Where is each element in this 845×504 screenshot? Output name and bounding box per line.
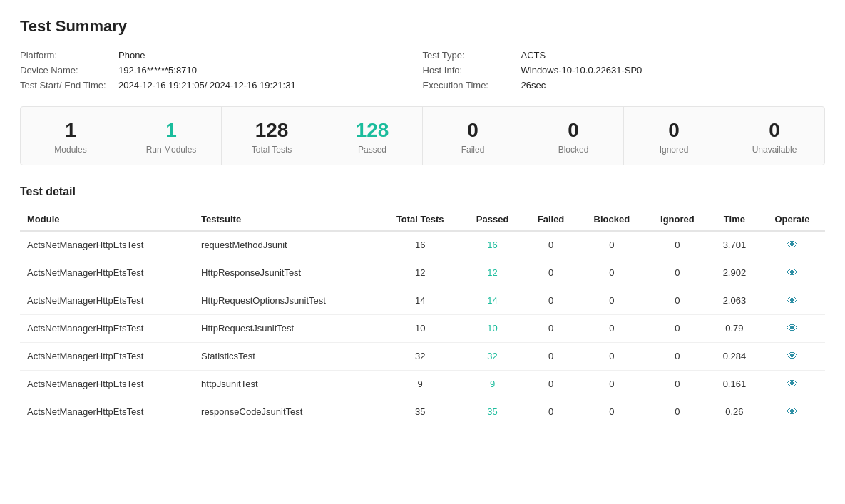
operate-cell[interactable]: 👁 <box>759 314 825 342</box>
stat-number: 128 <box>328 120 416 142</box>
device-label: Device Name: <box>20 65 113 76</box>
host-label: Host Info: <box>423 65 516 76</box>
info-grid: Platform: Phone Test Type: ACTS Device N… <box>20 50 825 91</box>
device-value: 192.16******5:8710 <box>118 65 197 76</box>
start-end-value: 2024-12-16 19:21:05/ 2024-12-16 19:21:31 <box>118 80 296 91</box>
detail-title: Test detail <box>20 185 825 198</box>
operate-cell[interactable]: 👁 <box>759 231 825 259</box>
stat-number: 0 <box>529 120 618 142</box>
table-row: ActsNetManagerHttpEtsTestHttpResponseJsu… <box>20 259 825 287</box>
blocked-cell: 0 <box>578 231 645 259</box>
failed-cell: 0 <box>523 231 578 259</box>
view-icon[interactable]: 👁 <box>787 350 798 363</box>
operate-cell[interactable]: 👁 <box>759 370 825 398</box>
failed-cell: 0 <box>523 370 578 398</box>
stat-number: 1 <box>127 120 215 142</box>
execution-row: Execution Time: 26sec <box>423 80 826 91</box>
stat-cell: 0Unavailable <box>724 107 824 165</box>
total-cell: 14 <box>379 287 461 314</box>
stat-cell: 1Run Modules <box>121 107 222 165</box>
failed-cell: 0 <box>523 342 578 370</box>
failed-cell: 0 <box>523 287 578 314</box>
stat-cell: 1Modules <box>21 107 121 165</box>
table-col-header: Total Tests <box>379 208 461 231</box>
blocked-cell: 0 <box>578 287 645 314</box>
module-cell: ActsNetManagerHttpEtsTest <box>20 287 194 314</box>
table-col-header: Testsuite <box>194 208 379 231</box>
stat-number: 128 <box>227 120 316 142</box>
test-type-label: Test Type: <box>423 50 516 61</box>
view-icon[interactable]: 👁 <box>787 267 798 279</box>
stat-cell: 0Failed <box>423 107 523 165</box>
testsuite-cell: responseCodeJsunitTest <box>194 398 379 426</box>
view-icon[interactable]: 👁 <box>787 406 798 418</box>
table-row: ActsNetManagerHttpEtsTestrequestMethodJs… <box>20 231 825 259</box>
stat-number: 0 <box>429 120 517 142</box>
stat-label: Modules <box>26 145 115 155</box>
stat-label: Run Modules <box>127 145 215 155</box>
testsuite-cell: HttpRequestJsunitTest <box>194 314 379 342</box>
view-icon[interactable]: 👁 <box>787 322 798 335</box>
failed-cell: 0 <box>523 398 578 426</box>
execution-label: Execution Time: <box>423 80 516 91</box>
passed-cell: 14 <box>461 287 523 314</box>
view-icon[interactable]: 👁 <box>787 294 798 307</box>
stat-label: Ignored <box>630 145 718 155</box>
test-type-value: ACTS <box>521 50 546 61</box>
table-row: ActsNetManagerHttpEtsTestHttpRequestOpti… <box>20 287 825 314</box>
stats-bar: 1Modules1Run Modules128Total Tests128Pas… <box>20 106 825 165</box>
passed-cell: 12 <box>461 259 523 287</box>
ignored-cell: 0 <box>645 259 710 287</box>
time-cell: 0.284 <box>710 342 759 370</box>
view-icon[interactable]: 👁 <box>787 378 798 391</box>
total-cell: 35 <box>379 398 461 426</box>
ignored-cell: 0 <box>645 231 710 259</box>
stat-label: Unavailable <box>730 145 819 155</box>
table-col-header: Module <box>20 208 194 231</box>
operate-cell[interactable]: 👁 <box>759 287 825 314</box>
table-col-header: Failed <box>523 208 578 231</box>
blocked-cell: 0 <box>578 370 645 398</box>
host-row: Host Info: Windows-10-10.0.22631-SP0 <box>423 65 826 76</box>
operate-cell[interactable]: 👁 <box>759 398 825 426</box>
ignored-cell: 0 <box>645 314 710 342</box>
blocked-cell: 0 <box>578 398 645 426</box>
passed-cell: 10 <box>461 314 523 342</box>
ignored-cell: 0 <box>645 370 710 398</box>
operate-cell[interactable]: 👁 <box>759 342 825 370</box>
total-cell: 10 <box>379 314 461 342</box>
stat-label: Failed <box>429 145 517 155</box>
total-cell: 12 <box>379 259 461 287</box>
platform-label: Platform: <box>20 50 113 61</box>
stat-label: Passed <box>328 145 416 155</box>
table-header: ModuleTestsuiteTotal TestsPassedFailedBl… <box>20 208 825 231</box>
module-cell: ActsNetManagerHttpEtsTest <box>20 370 194 398</box>
stat-number: 0 <box>630 120 718 142</box>
passed-cell: 32 <box>461 342 523 370</box>
stat-label: Blocked <box>529 145 618 155</box>
view-icon[interactable]: 👁 <box>787 239 798 252</box>
operate-cell[interactable]: 👁 <box>759 259 825 287</box>
host-value: Windows-10-10.0.22631-SP0 <box>521 65 642 76</box>
module-cell: ActsNetManagerHttpEtsTest <box>20 259 194 287</box>
table-row: ActsNetManagerHttpEtsTestresponseCodeJsu… <box>20 398 825 426</box>
test-detail-table: ModuleTestsuiteTotal TestsPassedFailedBl… <box>20 208 825 426</box>
page-title: Test Summary <box>20 17 825 36</box>
time-cell: 3.701 <box>710 231 759 259</box>
table-row: ActsNetManagerHttpEtsTestHttpRequestJsun… <box>20 314 825 342</box>
stat-cell: 0Blocked <box>523 107 624 165</box>
time-cell: 0.161 <box>710 370 759 398</box>
execution-value: 26sec <box>521 80 546 91</box>
total-cell: 32 <box>379 342 461 370</box>
table-col-header: Passed <box>461 208 523 231</box>
total-cell: 9 <box>379 370 461 398</box>
testsuite-cell: requestMethodJsunit <box>194 231 379 259</box>
stat-cell: 128Total Tests <box>222 107 322 165</box>
module-cell: ActsNetManagerHttpEtsTest <box>20 231 194 259</box>
time-cell: 0.79 <box>710 314 759 342</box>
module-cell: ActsNetManagerHttpEtsTest <box>20 342 194 370</box>
time-cell: 0.26 <box>710 398 759 426</box>
passed-cell: 16 <box>461 231 523 259</box>
start-end-label: Test Start/ End Time: <box>20 80 113 91</box>
passed-cell: 35 <box>461 398 523 426</box>
